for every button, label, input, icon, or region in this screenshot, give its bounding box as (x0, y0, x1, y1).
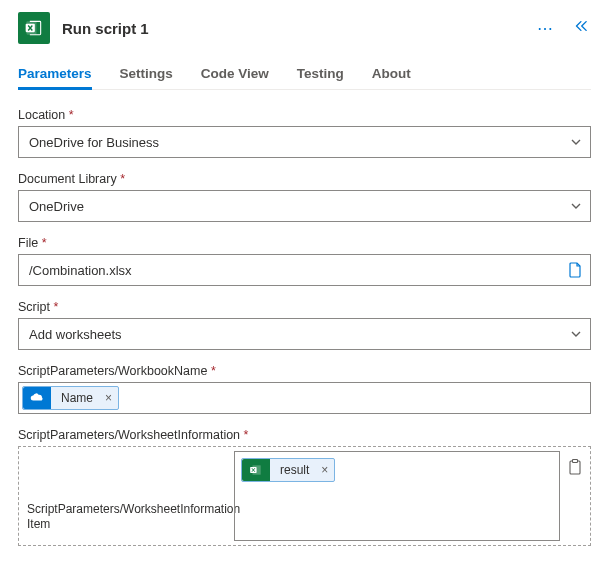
script-value: Add worksheets (29, 327, 122, 342)
file-picker-icon[interactable] (568, 262, 582, 278)
location-value: OneDrive for Business (29, 135, 159, 150)
script-label: Script * (18, 300, 591, 314)
field-workbookname: ScriptParameters/WorkbookName * Name × (18, 364, 591, 414)
parameters-form: Location * OneDrive for Business Documen… (18, 108, 591, 546)
token-remove-icon[interactable]: × (103, 391, 112, 405)
field-worksheetinfo: ScriptParameters/WorksheetInformation * … (18, 428, 591, 546)
card-title: Run script 1 (62, 20, 521, 37)
doclib-value: OneDrive (29, 199, 84, 214)
field-file: File * /Combination.xlsx (18, 236, 591, 286)
chevron-down-icon (570, 200, 582, 212)
script-select[interactable]: Add worksheets (18, 318, 591, 350)
onedrive-icon (23, 387, 51, 409)
workbookname-input[interactable]: Name × (18, 382, 591, 414)
location-label: Location * (18, 108, 591, 122)
doclib-label: Document Library * (18, 172, 591, 186)
tab-settings[interactable]: Settings (120, 66, 173, 89)
field-doclib: Document Library * OneDrive (18, 172, 591, 222)
token-name[interactable]: Name × (22, 386, 119, 410)
token-label: result (278, 463, 311, 477)
chevron-down-icon (570, 136, 582, 148)
token-label: Name (59, 391, 95, 405)
excel-icon (242, 459, 270, 481)
location-select[interactable]: OneDrive for Business (18, 126, 591, 158)
chevron-down-icon (570, 328, 582, 340)
token-result[interactable]: result × (241, 458, 335, 482)
card-header: Run script 1 ⋯ (18, 12, 591, 44)
excel-icon (18, 12, 50, 44)
workbookname-label: ScriptParameters/WorkbookName * (18, 364, 591, 378)
tab-about[interactable]: About (372, 66, 411, 89)
token-remove-icon[interactable]: × (319, 463, 328, 477)
doclib-select[interactable]: OneDrive (18, 190, 591, 222)
worksheetinfo-container: ScriptParameters/WorksheetInformation It… (18, 446, 591, 546)
worksheetinfo-item-label: ScriptParameters/WorksheetInformation It… (27, 502, 242, 537)
worksheetinfo-item-input[interactable]: result × (234, 451, 560, 541)
field-location: Location * OneDrive for Business (18, 108, 591, 158)
svg-rect-5 (573, 460, 578, 463)
file-input[interactable]: /Combination.xlsx (18, 254, 591, 286)
more-menu-icon[interactable]: ⋯ (533, 17, 557, 40)
file-label: File * (18, 236, 591, 250)
tab-code-view[interactable]: Code View (201, 66, 269, 89)
field-script: Script * Add worksheets (18, 300, 591, 350)
tab-bar: Parameters Settings Code View Testing Ab… (18, 66, 591, 90)
clipboard-icon[interactable] (560, 455, 582, 478)
tab-parameters[interactable]: Parameters (18, 66, 92, 89)
file-value: /Combination.xlsx (29, 263, 132, 278)
tab-testing[interactable]: Testing (297, 66, 344, 89)
worksheetinfo-label: ScriptParameters/WorksheetInformation * (18, 428, 591, 442)
collapse-icon[interactable] (569, 17, 591, 39)
